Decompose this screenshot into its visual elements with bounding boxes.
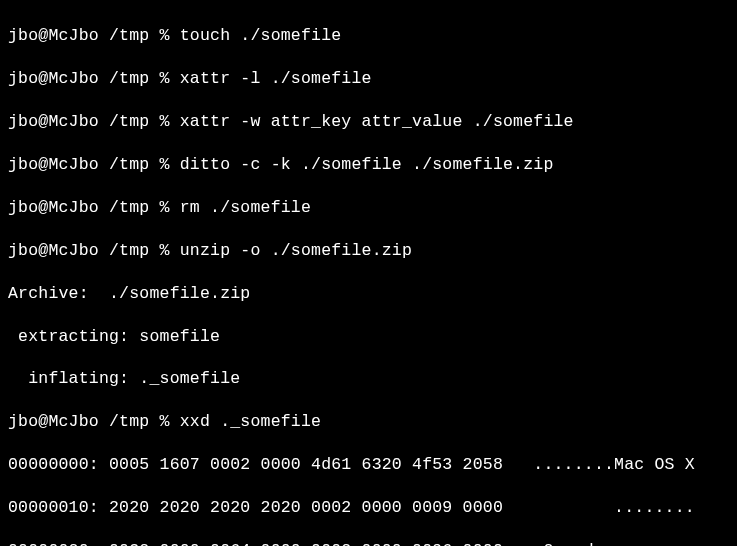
cmd-line: jbo@McJbo /tmp % ditto -c -k ./somefile … [8, 154, 729, 175]
output-line: Archive: ./somefile.zip [8, 283, 729, 304]
output-line: inflating: ._somefile [8, 368, 729, 389]
prompt: jbo@McJbo /tmp % touch ./somefile [8, 26, 341, 45]
cmd-line: jbo@McJbo /tmp % xattr -w attr_key attr_… [8, 111, 729, 132]
prompt: jbo@McJbo /tmp % xattr -w attr_key attr_… [8, 112, 574, 131]
prompt: jbo@McJbo /tmp % xxd ._somefile [8, 412, 321, 431]
cmd-line: jbo@McJbo /tmp % xattr -l ./somefile [8, 68, 729, 89]
cmd-line: jbo@McJbo /tmp % touch ./somefile [8, 25, 729, 46]
cmd-line: jbo@McJbo /tmp % rm ./somefile [8, 197, 729, 218]
cmd-line: jbo@McJbo /tmp % xxd ._somefile [8, 411, 729, 432]
hexdump-row: 00000010: 2020 2020 2020 2020 0002 0000 … [8, 497, 729, 518]
terminal-output: jbo@McJbo /tmp % touch ./somefile jbo@Mc… [0, 0, 737, 546]
cmd-line: jbo@McJbo /tmp % unzip -o ./somefile.zip [8, 240, 729, 261]
prompt: jbo@McJbo /tmp % ditto -c -k ./somefile … [8, 155, 554, 174]
prompt: jbo@McJbo /tmp % rm ./somefile [8, 198, 311, 217]
hexdump-row: 00000020: 0032 0000 0064 0000 0002 0000 … [8, 540, 729, 546]
hexdump-row: 00000000: 0005 1607 0002 0000 4d61 6320 … [8, 454, 729, 475]
prompt: jbo@McJbo /tmp % xattr -l ./somefile [8, 69, 372, 88]
prompt: jbo@McJbo /tmp % unzip -o ./somefile.zip [8, 241, 412, 260]
output-line: extracting: somefile [8, 326, 729, 347]
